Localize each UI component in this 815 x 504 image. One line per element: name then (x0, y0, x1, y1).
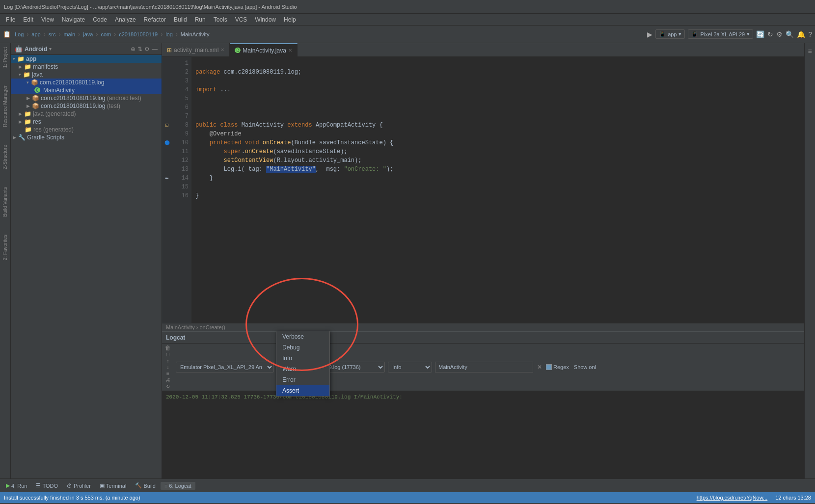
terminal-tool-label: Terminal (106, 483, 127, 489)
expand-arrow-manifests: ▶ (19, 64, 22, 69)
right-layout-icon[interactable]: ≡ (806, 45, 814, 57)
run-tool-btn[interactable]: ▶ 4: Run (2, 481, 31, 490)
clear-search-btn[interactable]: ✕ (536, 364, 543, 371)
settings-icon[interactable]: ⚙ (776, 30, 783, 38)
tree-item-mainactivity[interactable]: 🅒 MainActivity (11, 86, 162, 94)
breadcrumb-main[interactable]: main (63, 31, 75, 37)
dropdown-error[interactable]: Error (276, 374, 329, 385)
menu-build[interactable]: Build (170, 15, 191, 24)
clear-logcat-btn[interactable]: 🗑 (165, 345, 171, 351)
logcat-tool-btn[interactable]: ≡ 6: Logcat (161, 482, 195, 490)
menu-refactor[interactable]: Refactor (140, 15, 170, 24)
device-label: Pixel 3a XL API 29 (700, 31, 745, 37)
tree-item-res-generated[interactable]: 📁 res (generated) (11, 126, 162, 133)
menu-window[interactable]: Window (251, 15, 280, 24)
logcat-search-input[interactable] (435, 362, 533, 372)
logcat-tool-label: 6: Logcat (169, 483, 191, 489)
breadcrumb-package[interactable]: c201801080119 (119, 31, 158, 37)
breadcrumb-app[interactable]: app (31, 31, 40, 37)
tree-item-package-android-test[interactable]: ▶ 📦 com.c201801080119.log (androidTest) (11, 94, 162, 102)
tab-favorites[interactable]: 2: Favorites (1, 231, 9, 264)
notification-icon[interactable]: 🔔 (797, 30, 805, 38)
breadcrumb-com[interactable]: com (101, 31, 111, 37)
menu-tools[interactable]: Tools (210, 15, 231, 24)
tree-item-manifests[interactable]: ▶ 📁 manifests (11, 63, 162, 71)
menu-run[interactable]: Run (191, 15, 210, 24)
sync-project-icon[interactable]: ⊕ (131, 46, 136, 53)
show-only-label: Show onl (574, 364, 596, 370)
code-area: ⊡ 🔵 ⬅ 12345 678910 111213141516 package … (162, 57, 804, 323)
tab-build-variants[interactable]: Build Variants (1, 183, 9, 221)
java-generated-icon: 📁 (24, 110, 31, 117)
breadcrumb-mainactivity[interactable]: MainActivity (181, 31, 210, 37)
java-tab-icon: 🅒 (235, 47, 241, 54)
menu-vcs[interactable]: VCS (231, 15, 251, 24)
project-chevron-icon[interactable]: ▾ (49, 46, 52, 52)
code-content[interactable]: package com.c201801080119.log; import ..… (191, 57, 804, 323)
tree-item-gradle[interactable]: ▶ 🔧 Gradle Scripts (11, 133, 162, 141)
profiler-tool-btn[interactable]: ⏱ Profiler (63, 482, 95, 490)
refresh-btn[interactable]: ↻ (165, 384, 171, 389)
status-url[interactable]: https://blog.csdn.net/YqNow... (697, 495, 768, 501)
regex-checkbox[interactable] (546, 364, 552, 370)
gear-icon[interactable]: ⚙ (144, 46, 150, 53)
terminal-tool-btn[interactable]: ▣ Terminal (96, 481, 131, 490)
right-sidebar: ≡ (804, 43, 815, 478)
tab-z-structure[interactable]: Z-Structure (1, 141, 9, 173)
menu-analyze[interactable]: Analyze (111, 15, 140, 24)
scroll-top-btn[interactable]: ↑↑ (165, 352, 171, 357)
tree-item-java-generated[interactable]: ▶ 📁 java (generated) (11, 110, 162, 118)
search-icon[interactable]: 🔍 (786, 30, 794, 38)
device-selector[interactable]: 📱 Pixel 3a XL API 29 ▾ (688, 29, 753, 39)
dropdown-verbose[interactable]: Verbose (276, 331, 329, 342)
breadcrumb-java[interactable]: java (83, 31, 93, 37)
tree-item-res[interactable]: ▶ 📁 res (11, 118, 162, 126)
tab-resource-manager[interactable]: Resource Manager (1, 81, 9, 131)
level-filter-select[interactable]: Verbose Debug Info Warn Error Assert (388, 362, 432, 372)
app-selector[interactable]: 📱 app ▾ (655, 29, 685, 39)
tab-activity-main-xml[interactable]: ⊞ activity_main.xml ✕ (162, 43, 230, 56)
wrap-btn[interactable]: ≡ (165, 371, 171, 376)
menu-edit[interactable]: Edit (19, 15, 37, 24)
collapse-icon[interactable]: ⇅ (137, 46, 142, 53)
breadcrumb-src[interactable]: src (49, 31, 56, 37)
menu-code[interactable]: Code (89, 15, 111, 24)
sync2-icon[interactable]: ↻ (767, 30, 773, 38)
project-panel: 🤖 Android ▾ ⊕ ⇅ ⚙ — ▾ 📁 app ▶ 📁 man (11, 43, 162, 478)
menu-navigate[interactable]: Navigate (58, 15, 89, 24)
tab-mainactivity-java[interactable]: 🅒 MainActivity.java ✕ (230, 43, 297, 56)
scroll-up-btn[interactable]: ↑ (165, 358, 171, 364)
close-xml-tab[interactable]: ✕ (220, 47, 224, 53)
tree-item-app[interactable]: ▾ 📁 app (11, 55, 162, 63)
regex-checkbox-container[interactable]: Regex (546, 364, 569, 370)
run-icon[interactable]: ▶ (647, 30, 652, 38)
dropdown-warn[interactable]: Warn (276, 364, 329, 374)
breadcrumb-log2[interactable]: log (165, 31, 173, 37)
tree-item-package-main[interactable]: ▾ 📦 com.c201801080119.log (11, 79, 162, 86)
dropdown-debug[interactable]: Debug (276, 342, 329, 353)
print-btn[interactable]: 🖨 (165, 377, 171, 383)
build-tool-btn[interactable]: 🔨 Build (131, 481, 159, 490)
logcat-title: Logcat (166, 334, 185, 341)
todo-tool-btn[interactable]: ☰ TODO (32, 481, 62, 490)
scroll-down-btn[interactable]: ↓ (165, 365, 171, 370)
package-test-icon: 📦 (32, 103, 39, 109)
dropdown-info[interactable]: Info (276, 353, 329, 364)
menu-view[interactable]: View (37, 15, 58, 24)
expand-arrow-test: ▶ (27, 104, 30, 108)
tree-item-java[interactable]: ▾ 📁 java (11, 71, 162, 79)
close-java-tab[interactable]: ✕ (288, 48, 292, 53)
res-generated-label: res (generated) (33, 126, 74, 133)
help-toolbar-icon[interactable]: ? (808, 30, 812, 38)
tab-project[interactable]: 1: Project (1, 43, 9, 72)
log-icon: 📋 (3, 30, 11, 38)
dropdown-assert[interactable]: Assert (276, 385, 329, 396)
minimize-icon[interactable]: — (152, 46, 158, 53)
tree-item-package-test[interactable]: ▶ 📦 com.c201801080119.log (test) (11, 102, 162, 110)
device-filter-select[interactable]: Emulator Pixel_3a_XL_API_29 An (176, 362, 274, 372)
menu-help[interactable]: Help (280, 15, 300, 24)
menu-file[interactable]: File (2, 15, 19, 24)
breadcrumb-log[interactable]: Log (15, 31, 24, 37)
manifests-label: manifests (33, 63, 58, 70)
sync-icon[interactable]: 🔄 (756, 30, 764, 38)
